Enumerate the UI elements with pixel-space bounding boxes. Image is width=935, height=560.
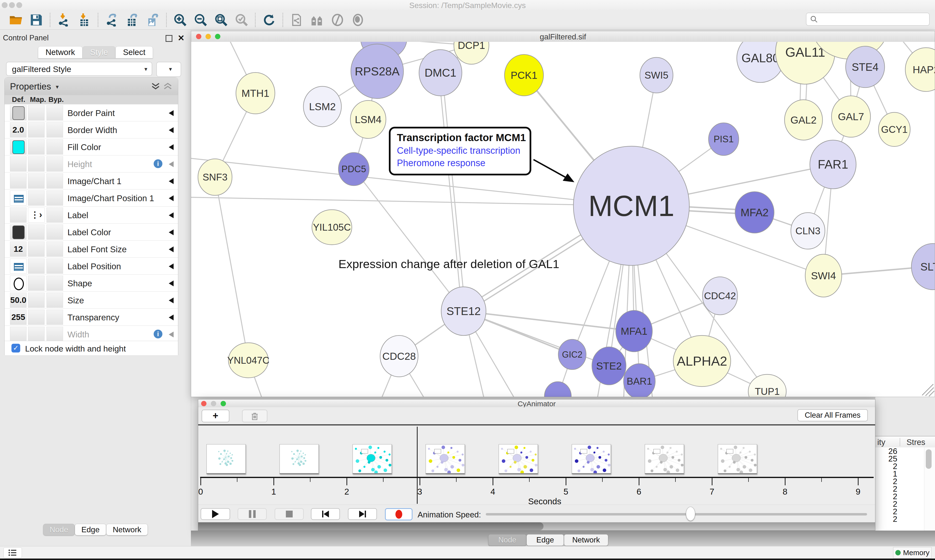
property-map-cell[interactable]: [28, 310, 45, 325]
export-network-icon[interactable]: [105, 13, 119, 27]
property-row-image-chart-1[interactable]: Image/Chart 1: [5, 172, 178, 189]
property-def-cell[interactable]: [10, 191, 26, 206]
timeline-frame-0[interactable]: [207, 444, 246, 474]
network-window-titlebar[interactable]: galFiltered.sif: [191, 31, 935, 42]
property-row-label-font-size[interactable]: 12Label Font Size: [5, 241, 178, 258]
add-frame-button[interactable]: +: [202, 410, 229, 422]
info-icon[interactable]: i: [154, 330, 162, 338]
property-def-cell[interactable]: [10, 225, 26, 240]
property-map-cell[interactable]: [28, 122, 45, 137]
search-input[interactable]: [806, 13, 930, 26]
expand-all-icon[interactable]: [151, 83, 160, 90]
property-byp-cell[interactable]: [46, 293, 63, 308]
timeline-scrollbar-thumb[interactable]: [198, 522, 543, 530]
annotation-box[interactable]: Transcription factor MCM1 Cell-type-spec…: [389, 127, 531, 175]
property-byp-cell[interactable]: [46, 275, 63, 291]
resize-grip-icon[interactable]: [922, 384, 934, 396]
timeline-frame-3[interactable]: [426, 444, 465, 474]
tab-network-table[interactable]: Network Table: [564, 534, 608, 546]
property-def-cell[interactable]: [10, 139, 26, 154]
property-row-transparency[interactable]: 255Transparency: [5, 309, 178, 326]
play-button[interactable]: [201, 508, 230, 520]
style-target-tab-edge[interactable]: Edge: [75, 524, 106, 535]
property-map-cell[interactable]: [28, 293, 45, 308]
expand-row-icon[interactable]: [169, 195, 174, 201]
timeline-playhead[interactable]: [417, 427, 418, 504]
clear-all-frames-button[interactable]: Clear All Frames: [798, 409, 868, 422]
property-def-cell[interactable]: 2.0: [10, 122, 26, 137]
property-map-cell[interactable]: [28, 225, 45, 240]
timeline-frame-4[interactable]: [499, 444, 538, 474]
property-row-label-color[interactable]: Label Color: [5, 223, 178, 241]
expand-row-icon[interactable]: [169, 315, 174, 320]
expand-row-icon[interactable]: [169, 212, 174, 218]
info-icon[interactable]: i: [154, 159, 162, 168]
network-edge[interactable]: [442, 73, 465, 311]
timeline-frame-6[interactable]: [645, 444, 684, 474]
property-def-cell[interactable]: [10, 174, 26, 189]
property-def-cell[interactable]: [10, 208, 26, 223]
timeline-frame-2[interactable]: [353, 444, 392, 474]
table-cell[interactable]: 2: [875, 462, 924, 470]
property-map-cell[interactable]: [28, 327, 45, 342]
network-edge[interactable]: [215, 177, 248, 360]
property-byp-cell[interactable]: [46, 122, 63, 137]
property-map-cell[interactable]: [28, 157, 45, 171]
expand-row-icon[interactable]: [169, 263, 174, 269]
zoom-out-icon[interactable]: [194, 13, 208, 27]
zoom-selected-icon[interactable]: [235, 13, 248, 27]
property-row-image-chart-position-1[interactable]: Image/Chart Position 1: [5, 189, 178, 206]
record-button[interactable]: [385, 508, 412, 520]
property-row-shape[interactable]: Shape: [5, 275, 178, 292]
table-cell[interactable]: 2: [875, 500, 924, 508]
style-target-tab-network[interactable]: Network: [106, 524, 148, 535]
memory-button[interactable]: Memory: [893, 547, 932, 558]
animation-timeline[interactable]: 0123456789 Seconds: [198, 426, 875, 505]
property-map-cell[interactable]: [28, 275, 45, 291]
property-def-cell[interactable]: [10, 258, 26, 274]
save-session-icon[interactable]: [29, 13, 43, 27]
expand-row-icon[interactable]: [169, 332, 174, 337]
table-cell[interactable]: 1: [875, 470, 924, 477]
cyanimator-titlebar[interactable]: CyAnimator: [198, 400, 875, 408]
hide-selected-icon[interactable]: [330, 13, 344, 27]
refresh-view-icon[interactable]: [262, 13, 276, 27]
node-unlabeled[interactable]: [545, 382, 571, 397]
close-panel-icon[interactable]: ✕: [178, 33, 185, 43]
property-byp-cell[interactable]: [46, 105, 63, 120]
import-table-icon[interactable]: [77, 13, 91, 27]
timeline-frame-1[interactable]: [279, 444, 319, 474]
open-session-icon[interactable]: [9, 13, 23, 27]
property-map-cell[interactable]: [28, 174, 45, 189]
animation-speed-slider-thumb[interactable]: [686, 507, 695, 521]
style-options-button[interactable]: ▾: [156, 62, 181, 77]
property-byp-cell[interactable]: [46, 258, 63, 274]
expand-row-icon[interactable]: [169, 144, 174, 150]
tab-node-table[interactable]: Node Table: [488, 534, 526, 546]
property-byp-cell[interactable]: [46, 327, 63, 342]
lock-size-checkbox[interactable]: ✓: [11, 344, 20, 352]
expand-row-icon[interactable]: [169, 229, 174, 235]
expand-row-icon[interactable]: [169, 110, 174, 116]
property-row-size[interactable]: 50.0Size: [5, 292, 178, 309]
property-def-cell[interactable]: 12: [10, 242, 26, 257]
properties-header[interactable]: Properties ▾: [5, 78, 178, 95]
table-scrollbar[interactable]: [924, 448, 935, 531]
annotation-link[interactable]: Pheromone response: [397, 158, 529, 168]
tab-style[interactable]: Style: [83, 46, 116, 58]
property-def-cell[interactable]: [10, 105, 26, 120]
property-map-cell[interactable]: [28, 191, 45, 206]
network-edge[interactable]: [439, 73, 462, 311]
property-map-cell[interactable]: ⋮›: [28, 208, 45, 223]
network-edge[interactable]: [354, 169, 464, 311]
show-all-icon[interactable]: [351, 13, 365, 27]
skip-to-start-button[interactable]: [311, 508, 340, 520]
table-cell[interactable]: 2: [875, 508, 924, 515]
property-byp-cell[interactable]: [46, 310, 63, 325]
property-byp-cell[interactable]: [46, 191, 63, 206]
table-cell[interactable]: 25: [875, 455, 924, 462]
show-panel-list-button[interactable]: [3, 547, 22, 558]
timeline-frame-7[interactable]: [718, 444, 757, 474]
property-row-border-width[interactable]: 2.0Border Width: [5, 122, 178, 138]
expand-row-icon[interactable]: [169, 297, 174, 303]
